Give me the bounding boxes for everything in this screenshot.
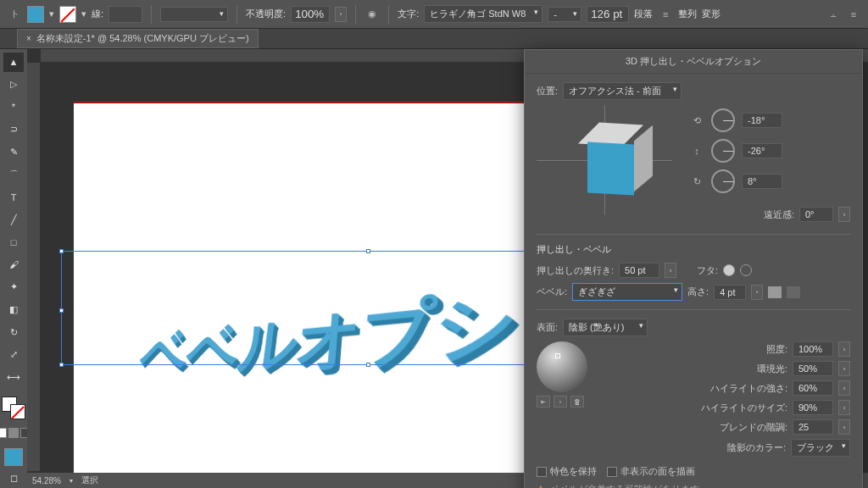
fill-stroke-control[interactable]: [2, 396, 25, 419]
dropdown-caret[interactable]: ▾: [49, 8, 54, 19]
selection-mode: 選択: [81, 474, 98, 486]
paragraph-label[interactable]: 段落: [634, 8, 653, 20]
panel-label: ト: [7, 7, 22, 22]
cap-off-icon[interactable]: [740, 264, 752, 276]
draw-behind[interactable]: [8, 428, 19, 438]
direct-selection-tool[interactable]: ▷: [3, 75, 24, 95]
light-back-icon[interactable]: ⇤: [537, 396, 550, 408]
recolor-icon[interactable]: ◉: [364, 7, 380, 22]
stroke-weight-input[interactable]: [108, 6, 142, 23]
opacity-input[interactable]: [291, 6, 330, 23]
document-tab[interactable]: × 名称未設定-1* @ 54.28% (CMYK/GPU プレビュー): [17, 29, 259, 48]
draw-hidden-checkbox[interactable]: 非表示の面を描画: [607, 465, 695, 478]
surface-label: 表面:: [537, 321, 558, 334]
depth-input[interactable]: 50 pt: [619, 263, 659, 278]
shaper-tool[interactable]: ✦: [3, 278, 24, 297]
selection-tool[interactable]: ▲: [3, 53, 24, 72]
draw-normal[interactable]: [0, 428, 7, 438]
dialog-title: 3D 押し出し・ベベルオプション: [525, 50, 862, 74]
depth-more[interactable]: ›: [665, 263, 676, 278]
preserve-spot-label: 特色を保持: [550, 465, 597, 478]
ambient-input[interactable]: 50%: [793, 361, 833, 376]
scale-tool[interactable]: ⤢: [3, 345, 24, 364]
line-tool[interactable]: ╱: [3, 210, 24, 230]
lasso-tool[interactable]: ⊃: [3, 120, 24, 140]
highlight-size-input[interactable]: 90%: [793, 400, 833, 415]
ruler-vertical[interactable]: [27, 63, 41, 471]
perspective-label: 遠近感:: [764, 208, 794, 221]
draw-hidden-label: 非表示の面を描画: [620, 465, 695, 478]
shade-color-dropdown[interactable]: ブラック: [791, 439, 850, 457]
perspective-more[interactable]: ›: [838, 207, 850, 222]
bevel-out-icon[interactable]: [787, 286, 800, 298]
control-bar: ト ▾ ▾ 線: 不透明度: › ◉ 文字: ヒラギノ角ゴ StdN W8 - …: [0, 0, 868, 29]
opacity-label: 不透明度:: [246, 8, 286, 20]
position-dropdown[interactable]: オフアクシス法 - 前面: [563, 82, 682, 100]
light-sphere[interactable]: [537, 341, 587, 392]
cap-on-icon[interactable]: [723, 264, 735, 276]
delete-light-icon[interactable]: 🗑: [570, 396, 584, 408]
type-label: 文字:: [398, 8, 419, 20]
opacity-more[interactable]: ›: [335, 7, 347, 22]
curvature-tool[interactable]: ⌒: [3, 165, 24, 185]
stroke-swatch[interactable]: [59, 6, 76, 23]
preserve-spot-checkbox[interactable]: 特色を保持: [537, 465, 597, 478]
angle-y-input[interactable]: -26°: [742, 143, 782, 158]
rotation-cube-preview[interactable]: [537, 105, 672, 215]
3d-extrude-bevel-dialog: 3D 押し出し・ベベルオプション 位置: オフアクシス法 - 前面 ⟲ -18°: [524, 49, 863, 488]
font-family-dropdown[interactable]: ヒラギノ角ゴ StdN W8: [424, 5, 542, 23]
color-mode[interactable]: [4, 448, 23, 466]
stroke-label: 線:: [92, 8, 103, 20]
angle-x-dial[interactable]: [711, 108, 735, 132]
document-tab-bar: × 名称未設定-1* @ 54.28% (CMYK/GPU プレビュー): [0, 29, 868, 49]
perspective-input[interactable]: 0°: [799, 207, 833, 222]
new-light-icon[interactable]: ▫: [554, 396, 567, 408]
close-icon[interactable]: ×: [26, 34, 31, 43]
angle-y-dial[interactable]: [711, 139, 735, 163]
dropdown-caret[interactable]: ▾: [81, 8, 86, 19]
height-more[interactable]: ›: [751, 285, 763, 300]
shade-color-label: 陰影のカラー:: [727, 441, 786, 454]
paintbrush-tool[interactable]: 🖌: [3, 255, 24, 274]
pen-tool[interactable]: ✎: [3, 142, 24, 162]
rectangle-tool[interactable]: □: [3, 233, 24, 252]
hs-more[interactable]: ›: [838, 400, 850, 415]
width-tool[interactable]: ⟷: [3, 368, 24, 387]
eraser-tool[interactable]: ◧: [3, 300, 24, 319]
magic-wand-tool[interactable]: *: [3, 97, 24, 117]
height-label: 高さ:: [687, 286, 709, 298]
font-size-input[interactable]: [587, 6, 629, 23]
angle-x-input[interactable]: -18°: [742, 113, 782, 128]
rotate-z-icon: ↻: [689, 174, 704, 189]
tab-title: 名称未設定-1* @ 54.28% (CMYK/GPU プレビュー): [36, 32, 249, 45]
type-tool[interactable]: T: [3, 187, 24, 207]
screen-mode[interactable]: ◻: [3, 469, 24, 488]
bevel-dropdown[interactable]: ぎざぎざ: [572, 283, 682, 301]
transform-label[interactable]: 変形: [702, 8, 721, 20]
rotate-tool[interactable]: ↻: [3, 323, 24, 342]
menu-icon[interactable]: ≡: [846, 7, 861, 22]
ambient-more[interactable]: ›: [838, 361, 850, 376]
highlight-intensity-input[interactable]: 60%: [793, 380, 833, 396]
rotate-y-icon: ↕: [689, 143, 704, 158]
font-style-dropdown[interactable]: -: [548, 7, 581, 22]
angle-z-input[interactable]: 8°: [742, 174, 782, 189]
bevel-in-icon[interactable]: [768, 286, 782, 298]
ambient-label: 環境光:: [757, 363, 787, 375]
intensity-input[interactable]: 100%: [793, 341, 833, 357]
brush-dropdown[interactable]: [160, 7, 228, 22]
paragraph-icon[interactable]: ≡: [658, 7, 673, 22]
blend-steps-input[interactable]: 25: [793, 419, 833, 435]
bs-more[interactable]: ›: [838, 419, 850, 435]
zoom-level[interactable]: 54.28%: [32, 476, 61, 485]
rotate-x-icon: ⟲: [689, 113, 704, 128]
fill-swatch[interactable]: [27, 6, 44, 23]
align-label[interactable]: 整列: [678, 8, 697, 20]
height-input[interactable]: 4 pt: [714, 285, 746, 300]
pin-icon[interactable]: ⫠: [826, 7, 841, 22]
intensity-more[interactable]: ›: [838, 341, 850, 357]
surface-dropdown[interactable]: 陰影 (艶あり): [563, 319, 648, 336]
highlight-size-label: ハイライトのサイズ:: [701, 402, 787, 414]
hi-more[interactable]: ›: [838, 380, 850, 396]
angle-z-dial[interactable]: [711, 169, 735, 193]
